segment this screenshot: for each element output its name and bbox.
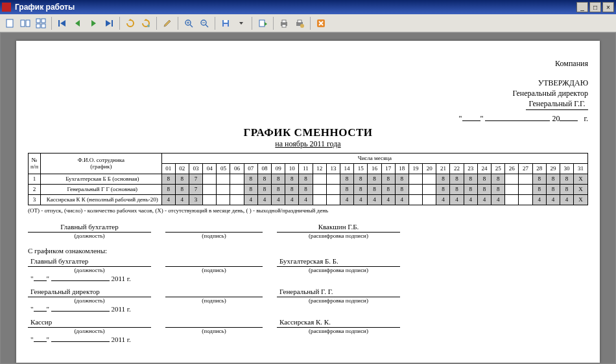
svg-point-35	[300, 24, 304, 28]
svg-rect-28	[259, 20, 265, 27]
window-title: График работы	[15, 3, 576, 12]
svg-line-22	[206, 25, 208, 27]
app-icon	[2, 3, 11, 12]
svg-rect-12	[112, 20, 113, 27]
svg-marker-10	[91, 20, 96, 27]
zoom-in-icon[interactable]	[182, 16, 196, 30]
svg-rect-0	[6, 19, 13, 27]
svg-rect-4	[41, 19, 45, 23]
svg-rect-2	[26, 20, 30, 27]
svg-rect-32	[282, 25, 286, 27]
svg-rect-31	[282, 20, 286, 23]
svg-rect-25	[224, 20, 228, 23]
svg-marker-16	[164, 20, 171, 27]
page-grid-icon[interactable]	[34, 16, 48, 30]
svg-rect-34	[298, 20, 302, 23]
titlebar: График работы _ □ ×	[0, 0, 616, 14]
svg-rect-3	[36, 19, 40, 23]
prev-page-icon[interactable]	[71, 16, 85, 30]
svg-marker-9	[75, 20, 80, 27]
print-settings-icon[interactable]	[292, 16, 307, 30]
svg-line-18	[190, 25, 193, 27]
edit-icon[interactable]	[160, 16, 174, 30]
page-facing-icon[interactable]	[18, 16, 32, 30]
refresh-icon[interactable]	[123, 16, 137, 30]
svg-point-15	[147, 25, 150, 27]
svg-marker-8	[60, 20, 65, 27]
svg-rect-1	[21, 20, 25, 27]
svg-rect-26	[224, 24, 228, 27]
minimize-button[interactable]: _	[576, 2, 588, 12]
export-icon[interactable]	[255, 16, 270, 30]
close-doc-icon[interactable]	[314, 16, 328, 30]
svg-rect-6	[41, 24, 45, 28]
refresh-all-icon[interactable]	[139, 16, 153, 30]
svg-marker-11	[106, 20, 111, 27]
print-icon[interactable]	[277, 16, 291, 30]
page-single-icon[interactable]	[3, 16, 17, 30]
svg-marker-27	[239, 22, 243, 25]
maximize-button[interactable]: □	[589, 2, 601, 12]
close-button[interactable]: ×	[602, 2, 614, 12]
save-dropdown-icon[interactable]	[234, 16, 248, 30]
save-icon[interactable]	[219, 16, 233, 30]
first-page-icon[interactable]	[55, 16, 69, 30]
toolbar	[0, 14, 616, 32]
svg-rect-5	[36, 24, 40, 28]
last-page-icon[interactable]	[102, 16, 116, 30]
zoom-out-icon[interactable]	[197, 16, 211, 30]
next-page-icon[interactable]	[86, 16, 101, 30]
svg-marker-29	[265, 22, 267, 26]
svg-rect-7	[58, 20, 60, 27]
